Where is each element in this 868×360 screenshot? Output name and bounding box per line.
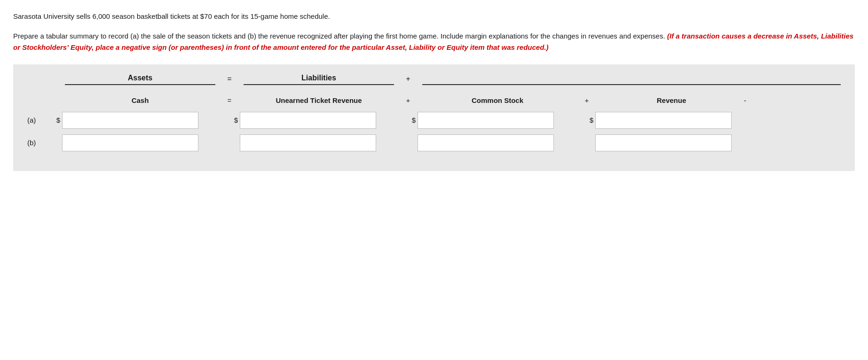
- top-plus-sign: +: [394, 75, 422, 85]
- instructions-plain: Prepare a tabular summary to record (a) …: [13, 32, 667, 40]
- row-a-unearned-input[interactable]: [240, 112, 376, 129]
- row-a-common-field[interactable]: [418, 112, 553, 128]
- sub-plus-sign1: +: [394, 96, 422, 107]
- row-a-common-input[interactable]: [418, 112, 554, 129]
- top-header-row: Assets = Liabilities +: [27, 74, 841, 85]
- assets-header: Assets: [65, 74, 215, 85]
- row-b-unearned-input[interactable]: [240, 134, 376, 151]
- revenue-header: Revenue: [601, 96, 742, 107]
- row-b-revenue-input[interactable]: [595, 134, 732, 151]
- instructions-paragraph: Prepare a tabular summary to record (a) …: [13, 31, 855, 53]
- minus-sign: -: [742, 96, 841, 107]
- accounting-table: Assets = Liabilities + Cash = Unearned T…: [13, 64, 855, 171]
- row-b-revenue-field[interactable]: [596, 135, 731, 151]
- row-a-revenue-input[interactable]: [595, 112, 732, 129]
- liabilities-header: Liabilities: [244, 74, 394, 85]
- row-b-cash-input[interactable]: [62, 134, 198, 151]
- unearned-revenue-header: Unearned Ticket Revenue: [244, 96, 394, 107]
- cash-header: Cash: [65, 96, 215, 107]
- row-a-dollar2: $: [229, 116, 238, 124]
- sub-plus-sign2: +: [573, 96, 601, 107]
- row-b-cash-field[interactable]: [63, 135, 198, 151]
- row-a-cash-input[interactable]: [62, 112, 198, 129]
- row-a-unearned-field[interactable]: [240, 112, 376, 128]
- top-equals-sign: =: [215, 75, 244, 85]
- row-a-dollar4: $: [584, 116, 593, 124]
- row-a-revenue-field[interactable]: [596, 112, 731, 128]
- row-b-common-field[interactable]: [418, 135, 553, 151]
- row-a-dollar3: $: [406, 116, 416, 124]
- row-a-cash-field[interactable]: [63, 112, 198, 128]
- equity-header-space: [422, 82, 841, 85]
- row-b-common-input[interactable]: [418, 134, 554, 151]
- intro-paragraph: Sarasota University sells 6,000 season b…: [13, 11, 855, 22]
- row-b-unearned-field[interactable]: [240, 135, 376, 151]
- row-a-dollar1: $: [51, 116, 60, 124]
- row-b-label: (b): [27, 139, 51, 147]
- row-a: (a) $ $ $ $: [27, 112, 841, 129]
- common-stock-header: Common Stock: [422, 96, 573, 107]
- sub-header-row: Cash = Unearned Ticket Revenue + Common …: [27, 96, 841, 107]
- sub-equals-sign: =: [215, 96, 244, 107]
- row-b: (b): [27, 134, 841, 151]
- row-a-label: (a): [27, 116, 51, 124]
